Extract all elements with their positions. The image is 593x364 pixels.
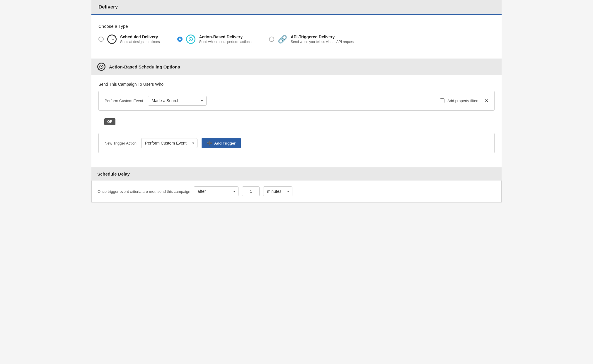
time-unit-select-wrapper: minutes hours days weeks [263, 186, 292, 196]
add-trigger-label: Add Trigger [214, 141, 236, 145]
radio-scheduled[interactable] [98, 37, 104, 42]
target-teal-icon [186, 35, 195, 44]
api-title: API-Triggered Delivery [291, 35, 355, 39]
scheduled-text: Scheduled Delivery Send at designated ti… [120, 35, 160, 44]
delivery-title: Delivery [98, 4, 495, 10]
type-options: Scheduled Delivery Send at designated ti… [98, 35, 495, 44]
type-option-scheduled[interactable]: Scheduled Delivery Send at designated ti… [98, 35, 160, 44]
scheduled-title: Scheduled Delivery [120, 35, 160, 39]
type-option-action-based[interactable]: Action-Based Delivery Send when users pe… [177, 35, 251, 44]
schedule-delay-title: Schedule Delay [97, 171, 496, 176]
event-select-wrapper: Made a Search [148, 96, 207, 106]
delay-value-input[interactable] [242, 186, 260, 196]
scheduling-target-icon [97, 63, 105, 71]
api-desc: Send when you tell us via an API request [291, 40, 355, 44]
time-unit-select[interactable]: minutes hours days weeks [263, 186, 292, 196]
trigger-box-main: Perform Custom Event Made a Search Add p… [98, 91, 495, 111]
after-select[interactable]: after immediately the same day as the ne… [194, 186, 238, 196]
add-trigger-button[interactable]: ➕ Add Trigger [202, 138, 241, 148]
or-badge: OR [104, 118, 115, 125]
new-trigger-select[interactable]: Perform Custom Event [141, 138, 197, 148]
plus-icon: ➕ [207, 140, 212, 146]
main-content: Choose a Type Scheduled Delivery Send at… [91, 15, 502, 59]
campaign-section: Send This Campaign To Users Who Perform … [91, 75, 502, 159]
choose-type-label: Choose a Type [98, 24, 495, 29]
scheduling-options-header: Action-Based Scheduling Options [91, 59, 502, 75]
after-select-wrapper: after immediately the same day as the ne… [194, 186, 238, 196]
scheduling-title: Action-Based Scheduling Options [109, 64, 180, 69]
add-property-checkbox[interactable] [440, 98, 444, 103]
new-trigger-select-wrapper: Perform Custom Event [141, 138, 197, 148]
schedule-delay-body: Once trigger event criteria are met, sen… [91, 181, 502, 202]
action-based-desc: Send when users perform actions [199, 40, 251, 44]
campaign-section-label: Send This Campaign To Users Who [98, 82, 495, 87]
close-trigger-button[interactable]: ✕ [485, 98, 488, 104]
perform-custom-event-label: Perform Custom Event [105, 99, 143, 103]
add-property-area: Add property filters ✕ [440, 98, 488, 104]
scheduled-desc: Send at designated times [120, 40, 160, 44]
add-property-label: Add property filters [447, 99, 479, 103]
type-option-api[interactable]: 🔗 API-Triggered Delivery Send when you t… [269, 35, 355, 44]
schedule-delay-description: Once trigger event criteria are met, sen… [98, 189, 190, 194]
or-divider: OR [98, 111, 495, 133]
schedule-delay-section: Schedule Delay Once trigger event criter… [91, 167, 502, 202]
radio-action-based[interactable] [177, 37, 183, 42]
new-trigger-label: New Trigger Action [105, 141, 137, 145]
action-based-title: Action-Based Delivery [199, 35, 251, 39]
action-based-text: Action-Based Delivery Send when users pe… [199, 35, 251, 44]
delivery-header: Delivery [91, 0, 502, 15]
chain-icon: 🔗 [278, 35, 287, 44]
schedule-delay-header: Schedule Delay [91, 167, 502, 181]
new-trigger-box: New Trigger Action Perform Custom Event … [98, 133, 495, 153]
event-select[interactable]: Made a Search [148, 96, 207, 106]
api-text: API-Triggered Delivery Send when you tel… [291, 35, 355, 44]
radio-api[interactable] [269, 37, 274, 42]
clock-icon [107, 35, 117, 44]
